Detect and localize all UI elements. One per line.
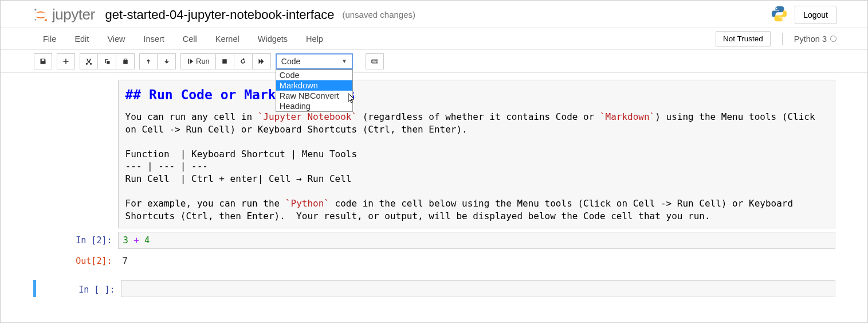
empty-source[interactable] [121,280,835,297]
svg-rect-14 [375,60,376,61]
notebook-area: ## Run Code or Markdown Cells You can ru… [1,73,867,297]
menubar: File Edit View Insert Cell Kernel Widget… [1,28,867,50]
svg-rect-5 [223,59,227,64]
header: jupyter get-started-04-jupyter-notebook-… [1,1,867,28]
cut-button[interactable] [80,53,98,69]
chevron-down-icon: ▼ [341,58,347,64]
cell-type-option-heading[interactable]: Heading [276,101,352,111]
out-prompt: Out[2]: [33,252,118,270]
cell-type-dropdown: Code Markdown Raw NBConvert Heading [276,69,353,112]
cell-type-option-code[interactable]: Code [276,70,352,80]
empty-code-cell[interactable]: In [ ]: [33,280,835,297]
cell-type-value: Code [281,57,300,66]
menu-file[interactable]: File [34,30,65,48]
save-status: (unsaved changes) [342,10,415,20]
interrupt-button[interactable] [216,53,234,69]
insert-cell-button[interactable] [57,53,75,69]
toolbar: Run Code ▼ Code Markdown Raw NBConvert H… [1,50,867,73]
trust-button[interactable]: Not Trusted [716,31,771,46]
in-prompt: In [2]: [33,232,118,249]
svg-rect-10 [376,61,377,62]
svg-rect-9 [375,61,375,62]
copy-button[interactable] [98,53,116,69]
svg-point-1 [45,19,47,21]
run-label: Run [196,57,210,65]
num-a: 3 [123,235,128,246]
logo-text: jupyter [52,6,95,24]
menu-insert[interactable]: Insert [135,30,174,48]
cell-type-select[interactable]: Code ▼ [276,53,353,69]
code-cell[interactable]: In [2]: 3 + 4 [33,232,835,249]
cell-type-option-raw[interactable]: Raw NBConvert [276,91,352,101]
python-icon [771,5,788,24]
menu-view[interactable]: View [98,30,134,48]
svg-rect-15 [376,60,377,61]
command-palette-button[interactable] [366,53,384,69]
logout-button[interactable]: Logout [795,6,836,24]
svg-rect-11 [372,60,373,61]
output-cell: Out[2]: 7 [33,252,835,270]
markdown-cell[interactable]: ## Run Code or Markdown Cells You can ru… [33,80,835,228]
prompt-area [33,80,118,228]
save-button[interactable] [34,53,52,69]
menu-kernel[interactable]: Kernel [206,30,249,48]
notebook-title[interactable]: get-started-04-jupyter-notebook-interfac… [105,7,335,22]
move-down-button[interactable] [158,53,176,69]
svg-point-0 [34,9,36,10]
svg-point-2 [35,19,37,21]
restart-button[interactable] [234,53,253,69]
svg-point-4 [781,18,783,20]
kernel-label: Python 3 [794,34,827,44]
menu-help[interactable]: Help [297,30,332,48]
menu-cell[interactable]: Cell [174,30,206,48]
code-source[interactable]: 3 + 4 [118,232,835,249]
cell-type-option-markdown[interactable]: Markdown [276,80,352,91]
svg-rect-7 [372,61,374,62]
markdown-heading: ## Run Code or Markdown Cells [125,86,828,104]
num-b: 4 [144,235,150,246]
op: + [133,235,139,246]
svg-point-3 [776,8,777,9]
svg-rect-6 [371,60,378,63]
svg-rect-12 [373,60,374,61]
kernel-name[interactable]: Python 3 [794,34,836,44]
svg-rect-8 [374,61,374,62]
restart-run-all-button[interactable] [253,53,271,69]
svg-rect-13 [374,60,375,61]
kernel-idle-icon [830,36,836,42]
output-value: 7 [118,252,835,270]
in-prompt-empty: In [ ]: [36,280,121,297]
divider [782,33,783,45]
paste-button[interactable] [116,53,135,69]
menu-widgets[interactable]: Widgets [249,30,297,48]
markdown-body: You can run any cell in `Jupyter Noteboo… [125,111,828,222]
markdown-source[interactable]: ## Run Code or Markdown Cells You can ru… [118,80,835,228]
jupyter-logo[interactable]: jupyter [33,6,95,24]
menu-edit[interactable]: Edit [65,30,98,48]
run-button[interactable]: Run [180,53,216,69]
move-up-button[interactable] [139,53,158,69]
